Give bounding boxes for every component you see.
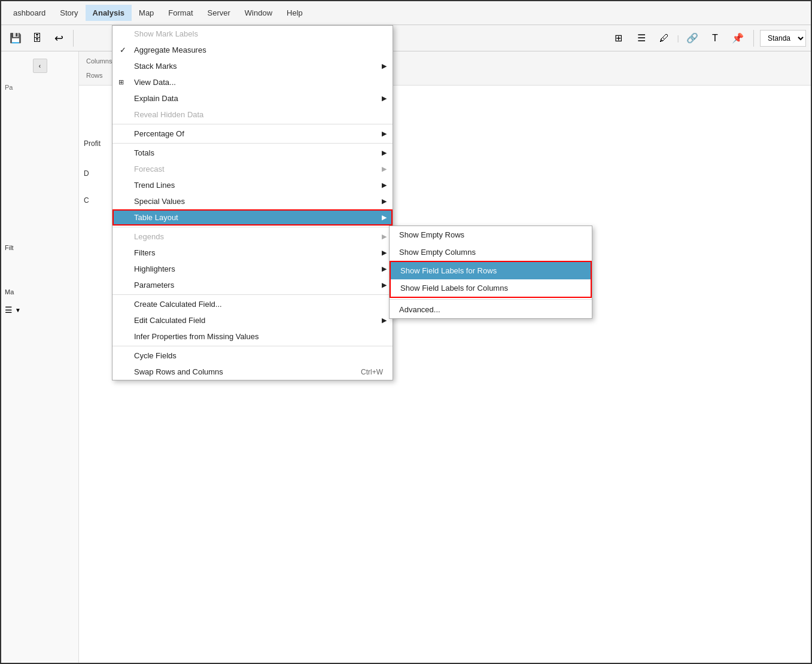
analysis-dropdown: Show Mark Labels ✓ Aggregate Measures St…	[112, 25, 393, 380]
undo-button[interactable]: ↩	[49, 29, 68, 48]
explain-data-arrow: ▶	[382, 95, 387, 102]
submenu-show-empty-cols[interactable]: Show Empty Columns	[390, 243, 592, 261]
submenu-show-empty-rows[interactable]: Show Empty Rows	[390, 226, 592, 243]
font-button[interactable]: 🖊	[655, 29, 674, 48]
menu-explain-data[interactable]: Explain Data ▶	[112, 90, 393, 106]
menu-show-mark-labels[interactable]: Show Mark Labels	[112, 26, 393, 42]
sep-4	[112, 294, 393, 295]
sep-3	[112, 227, 393, 227]
special-values-label: Special Values	[134, 197, 185, 206]
parameters-label: Parameters	[134, 281, 174, 290]
table-layout-label: Table Layout	[134, 213, 178, 222]
menu-cycle-fields[interactable]: Cycle Fields	[112, 348, 393, 364]
menu-server[interactable]: Server	[200, 5, 238, 21]
menu-story[interactable]: Story	[53, 5, 85, 21]
menu-edit-calculated[interactable]: Edit Calculated Field ▶	[112, 312, 393, 328]
menu-totals[interactable]: Totals ▶	[112, 145, 393, 161]
menu-window[interactable]: Window	[238, 5, 279, 21]
d-label: D	[84, 169, 89, 178]
forecast-label: Forecast	[134, 165, 165, 173]
create-calculated-label: Create Calculated Field...	[134, 300, 222, 309]
left-sidebar: ‹ Pa Filt Ma ☰ ▼	[1, 51, 79, 663]
sep-5	[112, 346, 393, 346]
align-button[interactable]: ⊞	[609, 29, 628, 48]
menu-view-data[interactable]: ⊞ View Data...	[112, 74, 393, 90]
show-field-labels-rows-label: Show Field Labels for Rows	[400, 266, 497, 275]
stack-marks-label: Stack Marks	[134, 62, 177, 71]
toolbar-sep-1	[73, 30, 74, 47]
show-field-labels-cols-label: Show Field Labels for Columns	[400, 284, 508, 293]
submenu-show-field-labels-rows[interactable]: Show Field Labels for Rows	[391, 262, 591, 279]
forecast-arrow: ▶	[382, 165, 387, 173]
filters-menu-label: Filters	[134, 248, 155, 257]
sep-2	[112, 143, 393, 144]
show-empty-cols-label: Show Empty Columns	[399, 248, 476, 257]
table-layout-submenu: Show Empty Rows Show Empty Columns Show …	[389, 226, 592, 319]
save-button[interactable]: 💾	[6, 29, 25, 48]
link-button[interactable]: 🔗	[683, 29, 702, 48]
menu-dashboard[interactable]: ashboard	[6, 5, 53, 21]
menu-stack-marks[interactable]: Stack Marks ▶	[112, 58, 393, 74]
legends-label: Legends	[134, 232, 164, 241]
menu-parameters[interactable]: Parameters ▶	[112, 277, 393, 293]
menu-reveal-hidden[interactable]: Reveal Hidden Data	[112, 106, 393, 123]
menu-swap-rows[interactable]: Swap Rows and Columns Ctrl+W	[112, 364, 393, 380]
explain-data-label: Explain Data	[134, 94, 178, 103]
profit-label: Profit	[84, 139, 101, 148]
sep-1	[112, 124, 393, 124]
edit-calculated-label: Edit Calculated Field	[134, 316, 205, 325]
marks-label: Ma	[5, 288, 75, 296]
menu-help[interactable]: Help	[279, 5, 310, 21]
reveal-hidden-label: Reveal Hidden Data	[134, 110, 203, 119]
menu-bar: ashboard Story Analysis Map Format Serve…	[1, 1, 811, 25]
menu-format[interactable]: Format	[161, 5, 200, 21]
pin-button[interactable]: 📌	[728, 29, 747, 48]
menu-create-calculated[interactable]: Create Calculated Field...	[112, 296, 393, 312]
percentage-of-label: Percentage Of	[134, 129, 184, 138]
parameters-arrow: ▶	[382, 281, 387, 289]
menu-filters[interactable]: Filters ▶	[112, 245, 393, 261]
menu-special-values[interactable]: Special Values ▶	[112, 193, 393, 209]
menu-map[interactable]: Map	[132, 5, 161, 21]
menu-trend-lines[interactable]: Trend Lines ▶	[112, 177, 393, 193]
add-datasource-button[interactable]: 🗄	[28, 29, 47, 48]
field-labels-group: Show Field Labels for Rows Show Field La…	[390, 261, 592, 298]
submenu-show-field-labels-cols[interactable]: Show Field Labels for Columns	[391, 279, 591, 297]
view-data-label: View Data...	[134, 78, 176, 87]
totals-label: Totals	[134, 148, 154, 157]
list-icon: ☰	[5, 305, 13, 315]
align2-button[interactable]: ☰	[632, 29, 651, 48]
legends-arrow: ▶	[382, 233, 387, 240]
text-button[interactable]: T	[705, 29, 725, 48]
swap-rows-shortcut: Ctrl+W	[337, 368, 383, 376]
pages-label: Pa	[5, 84, 75, 91]
highlighters-arrow: ▶	[382, 265, 387, 273]
collapse-button[interactable]: ‹	[33, 59, 47, 73]
table-layout-arrow: ▶	[382, 214, 387, 221]
show-empty-rows-label: Show Empty Rows	[399, 230, 464, 239]
infer-properties-label: Infer Properties from Missing Values	[134, 332, 259, 341]
menu-legends[interactable]: Legends ▶	[112, 229, 393, 245]
percentage-arrow: ▶	[382, 130, 387, 138]
aggregate-checkmark: ✓	[120, 45, 126, 54]
edit-calculated-arrow: ▶	[382, 316, 387, 324]
menu-aggregate-measures[interactable]: ✓ Aggregate Measures	[112, 42, 393, 58]
menu-forecast[interactable]: Forecast ▶	[112, 161, 393, 177]
advanced-label: Advanced...	[399, 305, 440, 314]
c-label: C	[84, 196, 89, 205]
special-values-arrow: ▶	[382, 197, 387, 205]
menu-percentage-of[interactable]: Percentage Of ▶	[112, 126, 393, 142]
submenu-advanced[interactable]: Advanced...	[390, 301, 592, 318]
menu-infer-properties[interactable]: Infer Properties from Missing Values	[112, 328, 393, 345]
menu-analysis[interactable]: Analysis	[86, 5, 132, 21]
menu-table-layout[interactable]: Table Layout ▶	[112, 209, 393, 226]
trend-lines-label: Trend Lines	[134, 181, 175, 190]
show-mark-labels-label: Show Mark Labels	[134, 29, 198, 38]
toolbar-sep-2	[753, 30, 754, 47]
totals-arrow: ▶	[382, 149, 387, 157]
menu-highlighters[interactable]: Highlighters ▶	[112, 261, 393, 277]
view-dropdown[interactable]: Standa	[760, 30, 806, 47]
aggregate-label: Aggregate Measures	[134, 45, 206, 54]
swap-rows-label: Swap Rows and Columns	[134, 367, 223, 376]
trend-lines-arrow: ▶	[382, 181, 387, 189]
